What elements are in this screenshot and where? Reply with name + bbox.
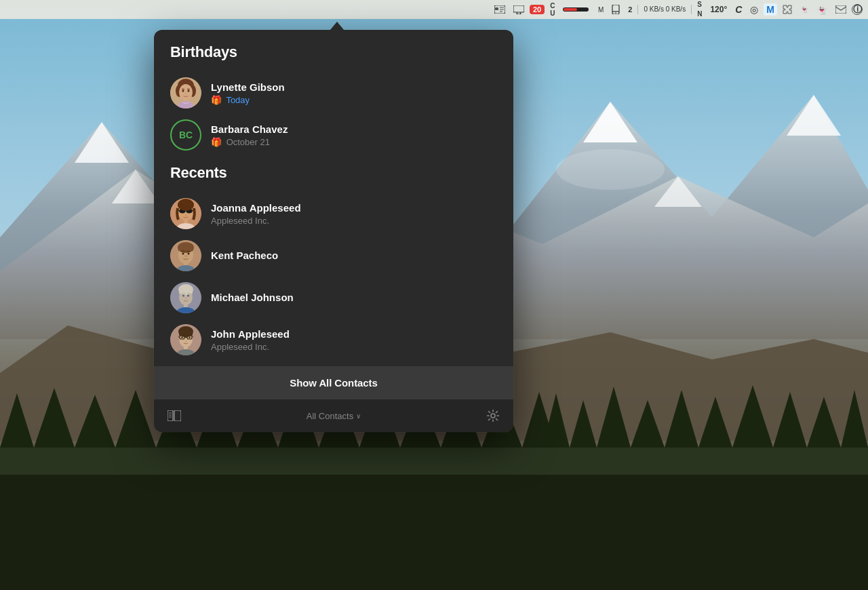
svg-rect-37 — [0, 475, 868, 590]
svg-point-100 — [181, 336, 183, 338]
menubar-m-icon[interactable]: M — [764, 3, 777, 16]
svg-point-52 — [616, 12, 617, 14]
popup-content: Birthdays — [154, 30, 513, 366]
menubar-id-card[interactable] — [492, 5, 508, 14]
lynette-birthday-date: 🎁 Today — [211, 95, 285, 105]
settings-button[interactable] — [484, 406, 502, 425]
lynette-portrait — [170, 77, 201, 109]
svg-rect-40 — [495, 7, 498, 10]
avatar-michael — [170, 282, 201, 313]
puzzle-icon — [783, 5, 792, 14]
menubar-sn[interactable]: SN — [694, 0, 705, 19]
gap-2 — [170, 361, 497, 366]
menubar-bluetooth[interactable]: 2 — [625, 5, 635, 14]
svg-point-101 — [189, 336, 191, 338]
svg-rect-49 — [564, 8, 577, 11]
svg-point-60 — [188, 90, 190, 92]
menubar-calendar[interactable]: 20 — [530, 5, 545, 14]
birthdays-section-title: Birthdays — [170, 43, 497, 61]
contact-info-lynette: Lynette Gibson 🎁 Today — [211, 81, 285, 106]
svg-point-80 — [186, 260, 187, 261]
cpu-label: CU — [550, 2, 555, 17]
svg-point-77 — [188, 253, 190, 255]
svg-point-81 — [188, 260, 189, 260]
menubar-disk[interactable] — [609, 5, 623, 14]
contact-kent-pacheco[interactable]: Kent Pacheco — [170, 235, 497, 277]
mail-icon — [835, 5, 846, 14]
contact-info-michael: Michael Johnson — [211, 291, 294, 304]
recents-section-title: Recents — [170, 164, 497, 182]
menubar-memory[interactable]: M — [595, 6, 606, 14]
svg-rect-71 — [184, 220, 188, 223]
svg-rect-105 — [167, 410, 173, 421]
contact-michael-johnson[interactable]: Michael Johnson — [170, 277, 497, 319]
menubar-cpu[interactable]: CU — [547, 2, 557, 17]
svg-point-110 — [491, 414, 495, 418]
menubar-fan-temp[interactable]: 👻 — [797, 5, 811, 14]
menubar-ghost[interactable]: 👻 — [814, 5, 830, 15]
menubar-mail[interactable] — [833, 5, 849, 14]
svg-point-102 — [185, 340, 186, 342]
svg-point-87 — [182, 295, 184, 297]
contact-joanna-appleseed[interactable]: Joanna Appleseed Appleseed Inc. — [170, 193, 497, 235]
all-contacts-label: All Contacts — [307, 411, 353, 421]
menubar-divider-2 — [691, 5, 692, 14]
show-all-contacts-button[interactable]: Show All Contacts — [154, 366, 513, 399]
chevron-down-icon: ∨ — [356, 412, 361, 420]
menubar-info[interactable]: ⓘ — [852, 4, 863, 15]
john-company: Appleseed Inc. — [211, 342, 290, 352]
svg-point-79 — [185, 260, 186, 261]
disk-icon — [612, 5, 620, 14]
contact-john-appleseed[interactable]: John Appleseed Appleseed Inc. — [170, 319, 497, 361]
popup-footer: All Contacts ∨ — [154, 399, 513, 432]
contact-lynette-gibson[interactable]: Lynette Gibson 🎁 Today — [170, 72, 497, 114]
joanna-name: Joanna Appleseed — [211, 201, 301, 215]
network-bar-icon — [563, 5, 590, 14]
contact-info-joanna: Joanna Appleseed Appleseed Inc. — [211, 201, 301, 227]
menubar-circle[interactable]: ◎ — [747, 4, 761, 15]
menubar-display[interactable] — [511, 5, 527, 14]
menubar-network-bar[interactable] — [560, 5, 593, 14]
menubar-network-speed: 0 KB/s 0 KB/s — [641, 5, 688, 14]
svg-rect-90 — [184, 304, 188, 307]
joanna-company: Appleseed Inc. — [211, 216, 301, 226]
menubar: 20 CU M 2 0 KB/s 0 KB/s SN 120° C ◎ M 👻 … — [0, 0, 868, 19]
svg-point-38 — [556, 149, 665, 190]
contact-barbara-chavez[interactable]: BC Barbara Chavez 🎁 October 21 — [170, 114, 497, 156]
michael-portrait — [170, 282, 201, 313]
gap-1 — [170, 156, 497, 164]
birthday-gift-icon: 🎁 — [211, 95, 222, 105]
sidebar-icon — [167, 410, 181, 421]
avatar-barbara: BC — [170, 119, 201, 151]
menubar-c-icon[interactable]: C — [732, 4, 745, 15]
kent-portrait — [170, 240, 201, 271]
display-icon — [513, 5, 524, 14]
avatar-kent — [170, 240, 201, 271]
avatar-lynette — [170, 77, 201, 109]
lynette-name: Lynette Gibson — [211, 81, 285, 94]
barbara-birthday-date: 🎁 October 21 — [211, 137, 288, 147]
svg-point-89 — [185, 298, 186, 299]
gear-icon — [487, 410, 499, 422]
menubar-temp[interactable]: 120° — [707, 5, 730, 14]
svg-point-70 — [185, 214, 186, 216]
svg-rect-44 — [513, 5, 524, 12]
john-portrait — [170, 324, 201, 355]
svg-rect-82 — [184, 262, 188, 265]
michael-name: Michael Johnson — [211, 291, 294, 304]
john-name: John Appleseed — [211, 328, 290, 341]
contact-info-barbara: Barbara Chavez 🎁 October 21 — [211, 123, 288, 148]
menubar-puzzle[interactable] — [780, 5, 795, 14]
joanna-portrait — [170, 198, 201, 229]
barbara-name: Barbara Chavez — [211, 123, 288, 136]
svg-rect-103 — [184, 347, 188, 349]
avatar-joanna — [170, 198, 201, 229]
sidebar-toggle-button[interactable] — [165, 406, 184, 425]
menubar-divider-1 — [637, 5, 638, 14]
popup-arrow — [330, 22, 344, 30]
avatar-john — [170, 324, 201, 355]
svg-point-88 — [187, 295, 189, 297]
svg-point-59 — [182, 90, 184, 92]
all-contacts-filter-button[interactable]: All Contacts ∨ — [307, 411, 361, 421]
id-card-icon — [494, 5, 505, 14]
